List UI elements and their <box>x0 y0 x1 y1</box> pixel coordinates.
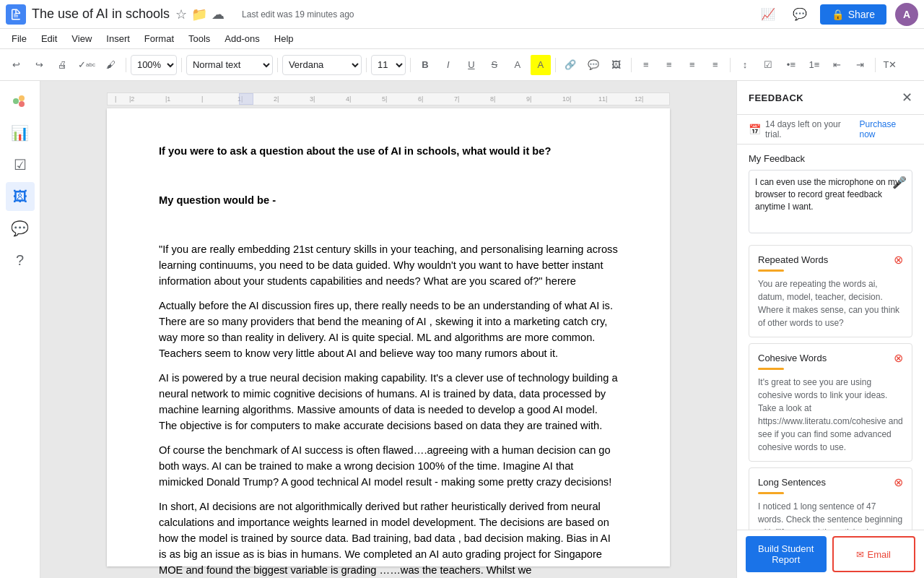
cohesive-words-close-icon[interactable]: ⊗ <box>894 351 903 365</box>
align-center-button[interactable]: ≡ <box>659 55 679 75</box>
star-icon[interactable]: ☆ <box>175 7 187 22</box>
menu-format[interactable]: Format <box>139 32 180 46</box>
divider-6 <box>555 58 556 72</box>
feedback-textarea[interactable]: I can even use the microphone on my brow… <box>749 170 912 233</box>
analytics-icon[interactable]: 📊 <box>6 118 35 147</box>
trial-banner: 📅 14 days left on your trial. Purchase n… <box>737 115 924 144</box>
doc-spacer <box>159 168 618 184</box>
menu-file[interactable]: File <box>6 32 32 46</box>
long-sentences-card: Long Sentences ⊗ I noticed 1 long senten… <box>749 467 912 530</box>
feedback-panel: FEEDBACK ✕ 📅 14 days left on your trial.… <box>736 81 924 578</box>
lock-icon: 🔒 <box>832 9 844 20</box>
my-feedback-label: My Feedback <box>749 153 912 164</box>
ruler-marks: | |2 |1 | 1| 2| 3| 4| 5| 6| 7| 8| 9| 10|… <box>108 93 669 105</box>
email-button[interactable]: ✉ Email <box>832 536 916 572</box>
print-button[interactable]: 🖨 <box>52 55 72 75</box>
doc-para-3: Of course the benchmark of AI success is… <box>159 442 618 490</box>
menu-help[interactable]: Help <box>269 32 300 46</box>
paint-format-button[interactable]: 🖌 <box>101 55 121 75</box>
menu-insert[interactable]: Insert <box>100 32 136 46</box>
clear-format-button[interactable]: T✕ <box>880 55 900 75</box>
align-left-button[interactable]: ≡ <box>636 55 656 75</box>
redo-button[interactable]: ↪ <box>29 55 49 75</box>
document-title: The use of AI in schools <box>32 7 170 22</box>
menu-view[interactable]: View <box>66 32 97 46</box>
purchase-link[interactable]: Purchase now <box>859 119 912 139</box>
menu-addons[interactable]: Add-ons <box>219 32 265 46</box>
link-button[interactable]: 🔗 <box>560 55 580 75</box>
doc-answer-intro: My question would be - <box>159 192 618 208</box>
cohesive-words-card: Cohesive Words ⊗ It's great to see you a… <box>749 343 912 462</box>
long-sentences-header: Long Sentences ⊗ <box>749 468 912 492</box>
folder-icon[interactable]: 📁 <box>191 7 207 22</box>
top-right-actions: 📈 💬 🔒 Share A <box>757 3 918 26</box>
doc-para-4: In short, AI decisions are not algorithm… <box>159 499 618 578</box>
align-justify-button[interactable]: ≡ <box>705 55 725 75</box>
literatu-icon[interactable] <box>6 87 35 116</box>
font-size-select[interactable]: 11 <box>371 55 406 75</box>
auto-save-status: Last edit was 19 minutes ago <box>242 9 354 20</box>
cloud-icon[interactable]: ☁ <box>212 7 225 22</box>
repeated-words-close-icon[interactable]: ⊗ <box>894 253 903 267</box>
main-area: 📊 ☑ 🖼 💬 ? | |2 |1 | 1| 2| 3| 4| 5| 6| 7|… <box>0 81 924 578</box>
repeated-words-title: Repeated Words <box>758 254 828 265</box>
highlight-button[interactable]: A <box>531 55 551 75</box>
calendar-icon: 📅 <box>749 124 761 135</box>
long-sentences-bar <box>758 492 784 494</box>
avatar[interactable]: A <box>895 3 918 26</box>
font-select[interactable]: Verdana <box>282 55 362 75</box>
bold-button[interactable]: B <box>415 55 435 75</box>
share-button[interactable]: 🔒 Share <box>820 4 886 25</box>
long-sentences-title: Long Sentences <box>758 477 826 488</box>
checklist-button[interactable]: ☑ <box>758 55 778 75</box>
chat-side-icon[interactable]: 💬 <box>6 214 35 243</box>
cohesive-words-bar <box>758 368 784 370</box>
increase-indent-button[interactable]: ⇥ <box>850 55 871 75</box>
feedback-content: My Feedback I can even use the microphon… <box>737 144 924 530</box>
feedback-header: FEEDBACK ✕ <box>737 81 924 115</box>
svg-rect-1 <box>14 16 18 17</box>
menu-edit[interactable]: Edit <box>35 32 63 46</box>
microphone-icon[interactable]: 🎤 <box>892 176 907 189</box>
image-side-icon[interactable]: 🖼 <box>6 182 35 211</box>
divider-2 <box>181 58 182 72</box>
checklist-side-icon[interactable]: ☑ <box>6 150 35 179</box>
italic-button[interactable]: I <box>438 55 458 75</box>
divider-9 <box>875 58 876 72</box>
strikethrough-button[interactable]: S <box>484 55 505 75</box>
doc-spacer2 <box>159 217 618 233</box>
svg-point-5 <box>19 101 25 107</box>
line-spacing-button[interactable]: ↕ <box>735 55 755 75</box>
build-report-button[interactable]: Build Student Report <box>746 536 827 572</box>
svg-point-4 <box>19 95 25 101</box>
undo-button[interactable]: ↩ <box>6 55 26 75</box>
help-side-icon[interactable]: ? <box>6 246 35 275</box>
side-icon-panel: 📊 ☑ 🖼 💬 ? <box>0 81 40 578</box>
image-button[interactable]: 🖼 <box>606 55 627 75</box>
email-icon: ✉ <box>856 549 864 560</box>
underline-button[interactable]: U <box>461 55 481 75</box>
document-area: | |2 |1 | 1| 2| 3| 4| 5| 6| 7| 8| 9| 10|… <box>40 81 736 578</box>
document-page: If you were to ask a question about the … <box>107 108 670 566</box>
zoom-select[interactable]: 100% <box>131 55 177 75</box>
comment-button[interactable]: 💬 <box>583 55 603 75</box>
numbered-list-button[interactable]: 1≡ <box>804 55 824 75</box>
style-select[interactable]: Normal text <box>186 55 273 75</box>
trend-icon[interactable]: 📈 <box>757 3 780 26</box>
menu-tools[interactable]: Tools <box>183 32 216 46</box>
divider-1 <box>126 58 126 72</box>
doc-para-1: Actually before the AI discussion fires … <box>159 298 618 361</box>
title-action-icons: ☆ 📁 ☁ <box>175 7 225 22</box>
bullet-list-button[interactable]: •≡ <box>781 55 801 75</box>
spell-check-button[interactable]: ✓abc <box>75 55 98 75</box>
comments-icon[interactable]: 💬 <box>788 3 811 26</box>
doc-question: If you were to ask a question about the … <box>159 143 618 159</box>
google-docs-icon <box>6 4 26 25</box>
long-sentences-close-icon[interactable]: ⊗ <box>894 475 903 489</box>
align-right-button[interactable]: ≡ <box>682 55 702 75</box>
decrease-indent-button[interactable]: ⇤ <box>827 55 847 75</box>
toolbar: ↩ ↪ 🖨 ✓abc 🖌 100% Normal text Verdana 11… <box>0 49 924 81</box>
close-feedback-icon[interactable]: ✕ <box>902 90 912 105</box>
divider-7 <box>631 58 632 72</box>
text-color-button[interactable]: A <box>507 55 528 75</box>
